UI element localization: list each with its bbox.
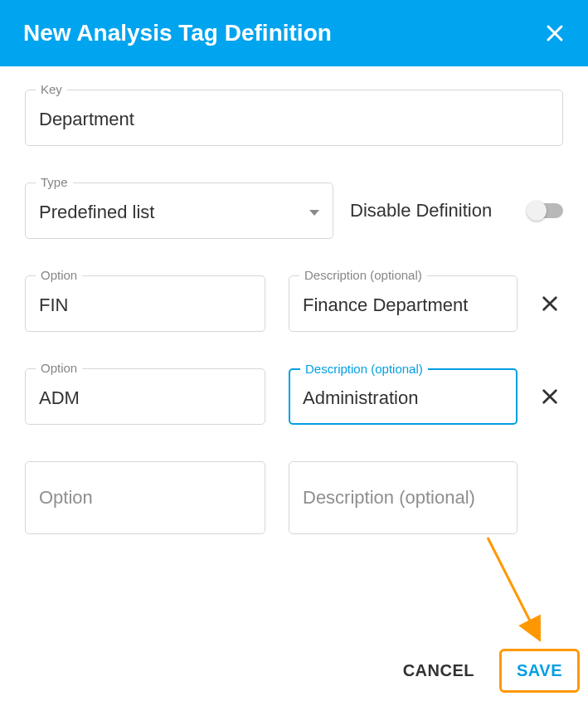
close-icon[interactable]: [545, 23, 565, 43]
toggle-thumb: [527, 201, 547, 221]
dialog-footer: CANCEL SAVE: [403, 649, 580, 693]
option-placeholder: Option: [39, 487, 251, 509]
dialog-content: Key Type Predefined list Disable Definit…: [0, 66, 588, 534]
option-field[interactable]: Option: [25, 275, 265, 332]
remove-option-icon[interactable]: [541, 387, 559, 406]
type-value: Predefined list: [39, 202, 309, 223]
disable-definition-toggle[interactable]: [528, 203, 563, 218]
description-input[interactable]: [303, 387, 503, 409]
option-input[interactable]: [39, 295, 251, 316]
disable-definition-label: Disable Definition: [350, 200, 512, 221]
description-field[interactable]: Description (optional): [289, 275, 518, 332]
option-label: Option: [36, 268, 82, 282]
remove-option-icon[interactable]: [541, 295, 559, 313]
description-placeholder: Description (optional): [303, 487, 503, 509]
option-row: Option Description (optional): [25, 275, 563, 332]
dialog-title: New Analysis Tag Definition: [23, 20, 332, 46]
key-input[interactable]: [39, 109, 549, 130]
save-button[interactable]: SAVE: [499, 649, 580, 693]
chevron-down-icon[interactable]: [309, 205, 319, 220]
cancel-button[interactable]: CANCEL: [403, 661, 474, 680]
key-label: Key: [36, 82, 67, 96]
type-field[interactable]: Type Predefined list: [25, 183, 333, 239]
key-field[interactable]: Key: [25, 90, 563, 146]
option-label: Option: [36, 361, 82, 375]
option-row-empty: Option Description (optional): [25, 461, 563, 534]
description-field[interactable]: Description (optional): [289, 368, 518, 425]
option-input[interactable]: [39, 387, 251, 409]
svg-line-0: [488, 538, 537, 635]
option-row: Option Description (optional): [25, 368, 563, 425]
arrow-annotation-icon: [479, 529, 562, 654]
type-label: Type: [36, 175, 73, 189]
description-label: Description (optional): [299, 268, 427, 282]
type-row: Type Predefined list Disable Definition: [25, 183, 563, 239]
option-field-empty[interactable]: Option: [25, 461, 265, 534]
description-label: Description (optional): [300, 362, 428, 376]
dialog-header: New Analysis Tag Definition: [0, 0, 588, 66]
option-field[interactable]: Option: [25, 368, 265, 425]
description-field-empty[interactable]: Description (optional): [289, 461, 518, 534]
description-input[interactable]: [303, 295, 503, 316]
